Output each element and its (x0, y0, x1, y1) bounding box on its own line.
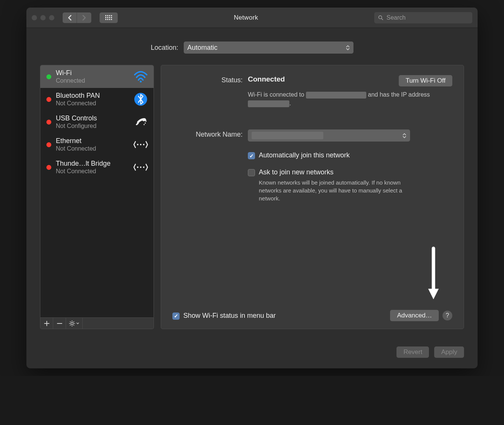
auto-join-row: Automatically join this network (248, 151, 452, 159)
location-label: Location: (151, 44, 178, 52)
svg-point-2 (140, 81, 142, 83)
sidebar-footer (40, 318, 154, 329)
svg-point-9 (143, 144, 144, 145)
auto-join-checkbox[interactable] (248, 152, 255, 159)
bottom-bar: Revert Apply (26, 338, 478, 368)
svg-point-4 (144, 124, 145, 125)
service-actions-button[interactable] (66, 318, 83, 329)
service-name: Ethernet (56, 137, 129, 145)
svg-line-19 (74, 325, 74, 325)
svg-point-5 (145, 123, 146, 124)
apply-button[interactable]: Apply (434, 346, 464, 358)
service-text: Thunde…lt Bridge Not Connected (56, 160, 129, 175)
updown-icon (403, 133, 406, 138)
network-name-row: Network Name: Automatically join this ne… (172, 129, 452, 202)
svg-line-20 (70, 325, 71, 325)
ask-join-checkbox[interactable] (248, 169, 255, 176)
svg-point-13 (71, 322, 73, 325)
ask-join-label: Ask to join new networks (259, 168, 333, 176)
service-status: Not Connected (56, 168, 129, 175)
service-bluetooth-pan[interactable]: Bluetooth PAN Not Connected (40, 88, 154, 111)
service-status: Connected (56, 77, 129, 84)
status-dot-icon (46, 120, 51, 125)
back-button[interactable] (63, 12, 77, 23)
redacted-ssid (306, 92, 366, 99)
close-icon[interactable] (32, 15, 37, 20)
help-button[interactable]: ? (443, 311, 452, 320)
service-name: Thunde…lt Bridge (56, 160, 129, 168)
show-all-button[interactable] (100, 12, 118, 23)
service-text: USB Controls Not Configured (56, 114, 129, 129)
svg-point-8 (140, 144, 141, 145)
service-status: Not Connected (56, 145, 129, 152)
status-value: Connected (248, 75, 285, 83)
zoom-icon[interactable] (49, 15, 54, 20)
service-status: Not Connected (56, 100, 129, 107)
ethernet-icon (133, 137, 148, 152)
details-panel: Status: Connected Turn Wi-Fi Off Wi-Fi i… (161, 65, 464, 329)
svg-point-12 (143, 166, 144, 168)
plus-icon (44, 321, 49, 326)
body: Wi-Fi Connected Bluetooth PAN Not Connec… (26, 65, 478, 338)
svg-point-7 (137, 144, 138, 145)
phone-icon (133, 114, 148, 129)
chevron-right-icon (82, 15, 86, 21)
service-status: Not Configured (56, 123, 129, 129)
service-text: Ethernet Not Connected (56, 137, 129, 152)
service-thunderbolt-bridge[interactable]: Thunde…lt Bridge Not Connected (40, 156, 154, 179)
status-description: Wi-Fi is connected to and has the IP add… (248, 90, 452, 108)
location-row: Location: Automatic (26, 28, 478, 65)
status-dot-icon (46, 97, 51, 102)
chevron-down-icon (76, 322, 79, 324)
wifi-toggle-button[interactable]: Turn Wi-Fi Off (399, 75, 452, 86)
service-name: Bluetooth PAN (56, 92, 129, 100)
ask-join-row: Ask to join new networks Known networks … (248, 168, 452, 202)
status-label: Status: (172, 75, 248, 108)
gear-icon (69, 320, 75, 326)
svg-point-6 (146, 121, 147, 122)
nav-buttons (63, 12, 91, 23)
svg-line-21 (74, 321, 74, 322)
wifi-icon (133, 69, 148, 84)
service-ethernet[interactable]: Ethernet Not Connected (40, 133, 154, 156)
status-dot-icon (46, 142, 51, 147)
service-usb-controls[interactable]: USB Controls Not Configured (40, 111, 154, 133)
svg-line-1 (381, 18, 383, 20)
service-list: Wi-Fi Connected Bluetooth PAN Not Connec… (40, 65, 154, 318)
location-value: Automatic (187, 44, 218, 52)
service-name: USB Controls (56, 114, 129, 123)
show-status-label: Show Wi-Fi status in menu bar (183, 312, 276, 320)
add-service-button[interactable] (40, 318, 53, 329)
network-preferences-window: Network Location: Automatic Wi-Fi (26, 8, 478, 368)
auto-join-label: Automatically join this network (259, 151, 350, 159)
window-title: Network (122, 14, 370, 22)
search-input[interactable] (387, 14, 469, 21)
minimize-icon[interactable] (40, 15, 46, 20)
ask-join-description: Known networks will be joined automatica… (259, 179, 417, 202)
service-text: Bluetooth PAN Not Connected (56, 92, 129, 107)
svg-line-18 (70, 321, 71, 322)
redacted-network-name (252, 132, 323, 139)
location-dropdown[interactable]: Automatic (184, 42, 353, 54)
show-status-checkbox[interactable] (172, 313, 180, 320)
svg-point-10 (137, 166, 138, 168)
revert-button[interactable]: Revert (396, 346, 429, 358)
chevron-left-icon (68, 15, 72, 21)
panel-footer: Show Wi-Fi status in menu bar Advanced… … (172, 310, 452, 321)
ethernet-icon (133, 160, 148, 175)
status-dot-icon (46, 165, 51, 170)
sidebar: Wi-Fi Connected Bluetooth PAN Not Connec… (40, 65, 154, 329)
service-text: Wi-Fi Connected (56, 69, 129, 84)
titlebar: Network (26, 8, 478, 28)
forward-button[interactable] (77, 12, 91, 23)
service-name: Wi-Fi (56, 69, 129, 77)
remove-service-button[interactable] (53, 318, 66, 329)
network-name-dropdown[interactable] (248, 129, 410, 142)
advanced-button[interactable]: Advanced… (390, 310, 439, 321)
minus-icon (57, 321, 62, 326)
search-field-wrap[interactable] (374, 12, 472, 23)
redacted-ip (248, 100, 289, 107)
service-wifi[interactable]: Wi-Fi Connected (40, 65, 154, 88)
svg-point-11 (140, 166, 141, 168)
status-dot-icon (46, 74, 51, 79)
